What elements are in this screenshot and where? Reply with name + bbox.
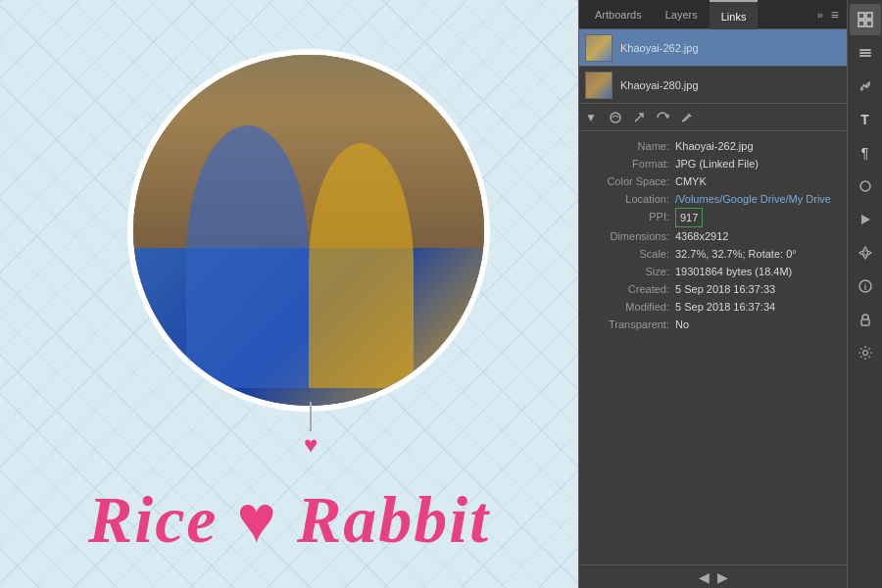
created-label: Created: xyxy=(587,280,675,298)
ppi-label: PPI: xyxy=(587,208,675,227)
tab-layers[interactable]: Layers xyxy=(654,0,710,29)
svg-rect-1 xyxy=(858,13,864,19)
update-link-icon[interactable] xyxy=(654,108,671,126)
format-label: Format: xyxy=(587,155,675,172)
transparent-label: Transparent: xyxy=(587,316,675,333)
title-rabbit: Rabbit xyxy=(297,482,490,557)
svg-point-13 xyxy=(862,351,867,356)
panel-icon-bar: ▼ xyxy=(579,104,847,131)
ppi-highlight-box: 917 xyxy=(675,208,703,227)
tab-links[interactable]: Links xyxy=(710,0,759,29)
name-value: Khaoyai-262.jpg xyxy=(675,137,839,155)
info-ppi-row: PPI: 917 xyxy=(587,208,839,227)
scale-label: Scale: xyxy=(587,245,675,263)
info-section: Name: Khaoyai-262.jpg Format: JPG (Linke… xyxy=(579,131,847,564)
svg-rect-12 xyxy=(861,319,869,325)
canvas-area: ♥ Rice ♥ Rabbit xyxy=(0,0,578,588)
title-heart: ♥ xyxy=(237,482,297,557)
link-name-1: Khaoyai-280.jpg xyxy=(620,79,699,91)
panel-bottom-nav: ◀ ▶ xyxy=(579,564,847,588)
info-size-row: Size: 19301864 bytes (18.4M) xyxy=(587,263,839,280)
info-tool-btn[interactable]: i xyxy=(850,270,881,302)
svg-marker-9 xyxy=(861,215,870,224)
hang-line xyxy=(310,402,312,431)
colorspace-value: CMYK xyxy=(675,172,839,190)
tab-artboards[interactable]: Artboards xyxy=(583,0,654,29)
right-panel: Artboards Layers Links » ≡ Khaoyai-262.j… xyxy=(578,0,882,588)
info-colorspace-row: Color Space: CMYK xyxy=(587,172,839,190)
info-name-row: Name: Khaoyai-262.jpg xyxy=(587,137,839,155)
type-tool-btn[interactable]: T xyxy=(850,104,881,135)
svg-rect-6 xyxy=(859,52,871,54)
svg-point-8 xyxy=(860,181,870,191)
relink-icon[interactable] xyxy=(607,108,624,126)
edit-original-icon[interactable] xyxy=(677,108,695,126)
photo-content xyxy=(133,55,484,406)
svg-point-0 xyxy=(611,113,620,122)
effects-tool-btn[interactable] xyxy=(850,237,881,269)
info-modified-row: Modified: 5 Sep 2018 16:37:34 xyxy=(587,298,839,316)
transparent-value: No xyxy=(675,316,839,333)
name-label: Name: xyxy=(587,137,675,155)
created-value: 5 Sep 2018 16:37:33 xyxy=(675,280,839,298)
title-rice: Rice xyxy=(88,482,219,557)
location-value[interactable]: /Volumes/Google Drive/My Drive xyxy=(675,190,839,208)
panel-menu-icon[interactable]: ≡ xyxy=(827,7,843,23)
tab-expand-icon[interactable]: » xyxy=(813,9,827,21)
play-tool-btn[interactable] xyxy=(850,204,881,235)
panel-tabs: Artboards Layers Links » ≡ xyxy=(579,0,847,29)
canvas-title: Rice ♥ Rabbit xyxy=(20,481,559,559)
scale-value: 32.7%, 32.7%; Rotate: 0° xyxy=(675,245,839,263)
link-name-0: Khaoyai-262.jpg xyxy=(620,42,699,54)
svg-text:i: i xyxy=(863,282,866,292)
link-thumb-1 xyxy=(585,72,612,99)
circle-photo-frame xyxy=(127,49,490,412)
go-to-link-icon[interactable] xyxy=(630,108,648,126)
transform-tool-btn[interactable] xyxy=(850,4,881,35)
modified-value: 5 Sep 2018 16:37:34 xyxy=(675,298,839,316)
colorspace-label: Color Space: xyxy=(587,172,675,190)
link-item-0[interactable]: Khaoyai-262.jpg xyxy=(579,29,847,67)
info-format-row: Format: JPG (Linked File) xyxy=(587,155,839,172)
paragraph-tool-btn[interactable]: ¶ xyxy=(850,137,881,169)
info-transparent-row: Transparent: No xyxy=(587,316,839,333)
info-scale-row: Scale: 32.7%, 32.7%; Rotate: 0° xyxy=(587,245,839,263)
hang-heart: ♥ xyxy=(304,431,318,459)
lock-tool-btn[interactable] xyxy=(850,304,881,335)
side-toolbar: T ¶ i xyxy=(847,0,882,588)
svg-rect-3 xyxy=(858,21,864,26)
layers-tool-btn[interactable] xyxy=(850,37,881,69)
links-list: Khaoyai-262.jpg Khaoyai-280.jpg xyxy=(579,29,847,104)
links-tool-btn[interactable] xyxy=(850,71,881,102)
info-dimensions-row: Dimensions: 4368x2912 xyxy=(587,227,839,245)
svg-rect-5 xyxy=(859,49,871,51)
links-panel: Artboards Layers Links » ≡ Khaoyai-262.j… xyxy=(578,0,847,588)
ppi-value: 917 xyxy=(675,208,839,227)
location-label: Location: xyxy=(587,190,675,208)
link-item-1[interactable]: Khaoyai-280.jpg xyxy=(579,67,847,104)
info-created-row: Created: 5 Sep 2018 16:37:33 xyxy=(587,280,839,298)
hang-decoration: ♥ xyxy=(304,402,318,459)
modified-label: Modified: xyxy=(587,298,675,316)
dimensions-value: 4368x2912 xyxy=(675,227,839,245)
svg-rect-4 xyxy=(866,21,872,26)
info-location-row: Location: /Volumes/Google Drive/My Drive xyxy=(587,190,839,208)
dimensions-label: Dimensions: xyxy=(587,227,675,245)
prev-arrow[interactable]: ◀ xyxy=(699,569,710,585)
format-value: JPG (Linked File) xyxy=(675,155,839,172)
svg-rect-7 xyxy=(859,55,871,57)
next-arrow[interactable]: ▶ xyxy=(717,569,728,585)
stroke-tool-btn[interactable] xyxy=(850,171,881,202)
size-label: Size: xyxy=(587,263,675,280)
svg-rect-2 xyxy=(866,13,872,19)
link-thumb-0 xyxy=(585,34,612,62)
settings-tool-btn[interactable] xyxy=(850,337,881,368)
size-value: 19301864 bytes (18.4M) xyxy=(675,263,839,280)
panel-arrow-icon: ▼ xyxy=(585,111,597,124)
